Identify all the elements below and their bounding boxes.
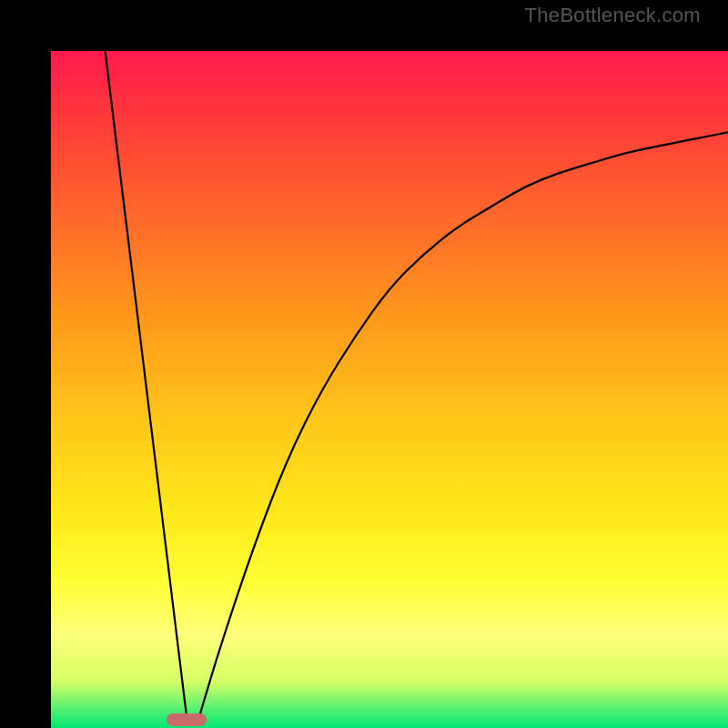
left-line-path [106, 51, 187, 714]
chart-frame [0, 0, 728, 728]
chart-plot-area [51, 51, 728, 728]
watermark-text: TheBottleneck.com [525, 4, 701, 27]
right-curve-path [200, 132, 728, 714]
chart-lines [51, 51, 728, 728]
bottleneck-marker [167, 713, 207, 726]
